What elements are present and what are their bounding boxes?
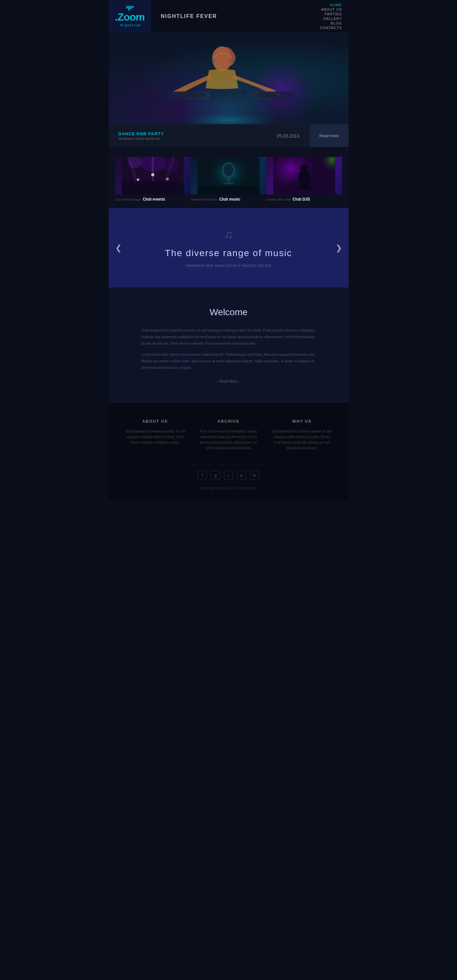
category-events-title: Club events <box>143 197 165 202</box>
read-more-button[interactable]: Read more <box>309 124 349 147</box>
music-note-icon: ♫ <box>224 228 233 242</box>
social-facebook[interactable]: f <box>198 471 207 480</box>
logo[interactable]: .Zoom .Nightclub <box>109 0 151 33</box>
category-djs-title: Club DJS <box>292 197 310 202</box>
social-pinterest[interactable]: p <box>237 471 246 480</box>
category-events[interactable]: Cum sociis natoque Club events <box>115 157 191 202</box>
footer-divider <box>119 464 339 464</box>
welcome-section: Welcome Sollicitudineid leo pharetra aun… <box>109 288 349 403</box>
category-djs[interactable]: Ut tellus dolor dapi Club DJS <box>267 157 342 202</box>
footer-why-title: WHY US <box>272 419 332 424</box>
footer-why-text: Sollicitudineid leo pharetra aunnec in v… <box>272 429 332 451</box>
welcome-para1: Sollicitudineid leo pharetra aunnec in v… <box>141 327 316 347</box>
footer-archive-text: Proin dictum elemtum veitdpibus sceleu v… <box>198 429 259 451</box>
categories-section: Cum sociis natoque Club events <box>109 147 349 208</box>
slider-next-button[interactable]: ❯ <box>332 240 345 256</box>
category-events-desc: Cum sociis natoque <box>115 198 141 201</box>
svg-point-21 <box>151 173 154 177</box>
category-events-image <box>115 157 191 194</box>
svg-point-35 <box>285 184 301 189</box>
social-icons-row: f g r p in <box>119 471 339 480</box>
header-title: NIGHTLIFE FEVER <box>151 13 320 19</box>
svg-rect-27 <box>227 177 230 184</box>
nav-contacts[interactable]: CONTACTS <box>320 26 342 30</box>
social-rss[interactable]: r <box>224 471 233 480</box>
svg-rect-28 <box>223 183 234 184</box>
svg-rect-11 <box>229 59 232 63</box>
logo-sub: .Nightclub <box>119 23 141 27</box>
music-slider-title: The diverse range of music <box>165 248 292 258</box>
nav-gallery[interactable]: GALLERY <box>323 17 342 21</box>
nav-home[interactable]: HOME <box>330 3 342 7</box>
svg-point-20 <box>137 178 140 181</box>
music-slider-subtitle: Vestibulum ante ipsum primis in faucibus… <box>186 263 271 268</box>
header: .Zoom .Nightclub NIGHTLIFE FEVER HOME AB… <box>109 0 349 33</box>
nav-about[interactable]: ABOUT US <box>321 8 342 11</box>
category-djs-image <box>267 157 342 194</box>
footer: ABOUT US Sollicitudineid leo pharetra au… <box>109 403 349 500</box>
main-nav: HOME ABOUT US PARTIES GALLERY BLOG CONTA… <box>320 3 349 30</box>
party-info: DANCE RNB PARTY Vestibulum iaculis lacin… <box>109 131 267 140</box>
footer-why: WHY US Sollicitudineid leo pharetra aunn… <box>265 419 339 451</box>
svg-rect-10 <box>213 59 215 63</box>
category-music[interactable]: Praesent vestibulum Club music <box>190 157 267 202</box>
music-slider: ❮ ♫ The diverse range of music Vestibulu… <box>109 208 349 288</box>
category-music-title: Club music <box>219 197 241 202</box>
footer-about: ABOUT US Sollicitudineid leo pharetra au… <box>119 419 192 451</box>
logo-bars-icon <box>126 6 133 10</box>
welcome-title: Welcome <box>141 307 316 318</box>
svg-point-26 <box>224 164 233 176</box>
slider-prev-button[interactable]: ❮ <box>112 240 125 256</box>
party-date: 25.03.2013 <box>267 133 309 138</box>
social-gplus[interactable]: g <box>211 471 220 480</box>
category-djs-label: Ut tellus dolor dapi Club DJS <box>267 197 342 202</box>
svg-point-32 <box>300 164 308 172</box>
logo-brand: .Zoom <box>115 11 144 23</box>
footer-about-text: Sollicitudineid leo pharetra aunnec in v… <box>125 429 186 445</box>
party-sub: Vestibulum iaculis lacinia est <box>119 137 267 140</box>
svg-point-36 <box>309 183 325 188</box>
nav-blog[interactable]: BLOG <box>331 21 342 25</box>
footer-copyright: Zoom nightclub © 2013 • Privacy Policy <box>119 487 339 490</box>
hero-floor-glow <box>179 75 278 124</box>
categories-grid: Cum sociis natoque Club events <box>115 157 342 202</box>
category-music-label: Praesent vestibulum Club music <box>190 197 267 202</box>
hero-section <box>109 33 349 124</box>
welcome-read-more-link[interactable]: - Read More - <box>217 379 240 383</box>
footer-archive-title: ARCHIVE <box>198 419 259 424</box>
nav-parties[interactable]: PARTIES <box>324 12 342 16</box>
welcome-para2: Lorem ipsm dolor sitmet consectetuer adi… <box>141 352 316 371</box>
party-bar: DANCE RNB PARTY Vestibulum iaculis lacin… <box>109 124 349 147</box>
party-name: DANCE RNB PARTY <box>119 131 267 136</box>
category-music-desc: Praesent vestibulum <box>190 198 217 201</box>
svg-point-22 <box>166 178 169 180</box>
category-events-label: Cum sociis natoque Club events <box>115 197 191 202</box>
footer-archive: ARCHIVE Proin dictum elemtum veitdpibus … <box>192 419 265 451</box>
category-music-image <box>190 157 267 194</box>
footer-columns: ABOUT US Sollicitudineid leo pharetra au… <box>119 419 339 451</box>
welcome-read-more[interactable]: - Read More - <box>141 379 316 383</box>
category-djs-desc: Ut tellus dolor dapi <box>267 198 291 201</box>
footer-about-title: ABOUT US <box>125 419 186 424</box>
social-linkedin[interactable]: in <box>250 471 259 480</box>
